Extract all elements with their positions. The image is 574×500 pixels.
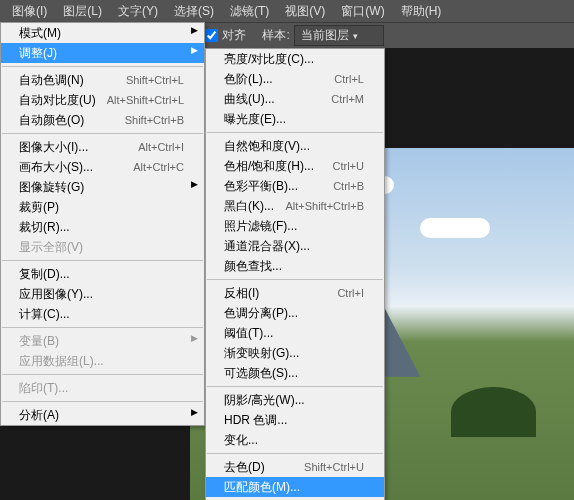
menu-item[interactable]: 分析(A) — [1, 405, 204, 425]
sample-value: 当前图层 — [301, 27, 349, 44]
menu-item[interactable]: 应用图像(Y)... — [1, 284, 204, 304]
shortcut: Shift+Ctrl+L — [126, 74, 184, 86]
menu-item[interactable]: 曲线(U)...Ctrl+M — [206, 89, 384, 109]
menu-item-label: 陷印(T)... — [19, 380, 184, 397]
separator — [207, 132, 383, 133]
menubar-item[interactable]: 选择(S) — [166, 3, 222, 20]
menu-item-label: 黑白(K)... — [224, 198, 285, 215]
sample-label: 样本: — [262, 27, 289, 44]
menubar-item[interactable]: 帮助(H) — [393, 3, 450, 20]
menu-item: 变量(B) — [1, 331, 204, 351]
menu-item[interactable]: 画布大小(S)...Alt+Ctrl+C — [1, 157, 204, 177]
menu-item[interactable]: 反相(I)Ctrl+I — [206, 283, 384, 303]
menu-item[interactable]: 通道混合器(X)... — [206, 236, 384, 256]
shortcut: Ctrl+I — [337, 287, 364, 299]
menu-item[interactable]: HDR 色调... — [206, 410, 384, 430]
menu-item-label: 自然饱和度(V)... — [224, 138, 364, 155]
menu-item: 陷印(T)... — [1, 378, 204, 398]
menu-item[interactable]: 裁剪(P) — [1, 197, 204, 217]
menu-item[interactable]: 色阶(L)...Ctrl+L — [206, 69, 384, 89]
separator — [207, 386, 383, 387]
menu-item[interactable]: 图像大小(I)...Alt+Ctrl+I — [1, 137, 204, 157]
menu-item-label: 调整(J) — [19, 45, 184, 62]
separator — [2, 374, 203, 375]
menu-item-label: 阴影/高光(W)... — [224, 392, 364, 409]
shortcut: Shift+Ctrl+B — [125, 114, 184, 126]
menu-item[interactable]: 曝光度(E)... — [206, 109, 384, 129]
menu-item[interactable]: 自动颜色(O)Shift+Ctrl+B — [1, 110, 204, 130]
shortcut: Alt+Ctrl+I — [138, 141, 184, 153]
menubar: 图像(I)图层(L)文字(Y)选择(S)滤镜(T)视图(V)窗口(W)帮助(H) — [0, 0, 574, 22]
menu-item[interactable]: 图像旋转(G) — [1, 177, 204, 197]
shortcut: Shift+Ctrl+U — [304, 461, 364, 473]
menu-item-label: 可选颜色(S)... — [224, 365, 364, 382]
menu-item[interactable]: 自动对比度(U)Alt+Shift+Ctrl+L — [1, 90, 204, 110]
align-label: 对齐 — [222, 27, 246, 44]
menu-item[interactable]: 裁切(R)... — [1, 217, 204, 237]
menu-item-label: 照片滤镜(F)... — [224, 218, 364, 235]
shortcut: Alt+Shift+Ctrl+B — [285, 200, 364, 212]
menu-item[interactable]: 颜色查找... — [206, 256, 384, 276]
menu-item-label: 色彩平衡(B)... — [224, 178, 333, 195]
menu-item[interactable]: 亮度/对比度(C)... — [206, 49, 384, 69]
menu-item[interactable]: 自动色调(N)Shift+Ctrl+L — [1, 70, 204, 90]
menu-item[interactable]: 色彩平衡(B)...Ctrl+B — [206, 176, 384, 196]
menu-item-label: 阈值(T)... — [224, 325, 364, 342]
menu-item[interactable]: 调整(J) — [1, 43, 204, 63]
menu-item-label: 显示全部(V) — [19, 239, 184, 256]
separator — [207, 279, 383, 280]
menu-item[interactable]: 阴影/高光(W)... — [206, 390, 384, 410]
menu-item[interactable]: 复制(D)... — [1, 264, 204, 284]
menu-item[interactable]: 计算(C)... — [1, 304, 204, 324]
menubar-item[interactable]: 滤镜(T) — [222, 3, 277, 20]
menu-item-label: 图像旋转(G) — [19, 179, 184, 196]
menu-item[interactable]: 色调分离(P)... — [206, 303, 384, 323]
menu-item-label: 自动对比度(U) — [19, 92, 107, 109]
menu-item-label: 自动色调(N) — [19, 72, 126, 89]
separator — [2, 66, 203, 67]
chevron-down-icon: ▾ — [353, 31, 358, 41]
menu-item-label: 自动颜色(O) — [19, 112, 125, 129]
shortcut: Alt+Shift+Ctrl+L — [107, 94, 184, 106]
separator — [2, 133, 203, 134]
menu-item[interactable]: 变化... — [206, 430, 384, 450]
menu-item-label: 色调分离(P)... — [224, 305, 364, 322]
separator — [207, 453, 383, 454]
menu-item-label: 色阶(L)... — [224, 71, 334, 88]
menu-item-label: 亮度/对比度(C)... — [224, 51, 364, 68]
menu-item[interactable]: 匹配颜色(M)... — [206, 477, 384, 497]
menu-item[interactable]: 去色(D)Shift+Ctrl+U — [206, 457, 384, 477]
sample-dropdown[interactable]: 当前图层▾ — [294, 25, 384, 46]
menu-item: 显示全部(V) — [1, 237, 204, 257]
adjustments-submenu: 亮度/对比度(C)...色阶(L)...Ctrl+L曲线(U)...Ctrl+M… — [205, 48, 385, 500]
menu-item[interactable]: 黑白(K)...Alt+Shift+Ctrl+B — [206, 196, 384, 216]
menu-item-label: 分析(A) — [19, 407, 184, 424]
menu-item[interactable]: 阈值(T)... — [206, 323, 384, 343]
menu-item-label: 变化... — [224, 432, 364, 449]
separator — [2, 401, 203, 402]
menubar-item[interactable]: 图层(L) — [55, 3, 110, 20]
menu-item-label: 色相/饱和度(H)... — [224, 158, 333, 175]
menu-item-label: 匹配颜色(M)... — [224, 479, 364, 496]
separator — [2, 260, 203, 261]
menu-item: 应用数据组(L)... — [1, 351, 204, 371]
menu-item-label: 复制(D)... — [19, 266, 184, 283]
menubar-item[interactable]: 图像(I) — [4, 3, 55, 20]
shortcut: Alt+Ctrl+C — [133, 161, 184, 173]
align-checkbox[interactable] — [205, 29, 218, 42]
menu-item-label: 计算(C)... — [19, 306, 184, 323]
menu-item-label: 应用数据组(L)... — [19, 353, 184, 370]
menu-item[interactable]: 色相/饱和度(H)...Ctrl+U — [206, 156, 384, 176]
menubar-item[interactable]: 视图(V) — [277, 3, 333, 20]
menu-item[interactable]: 自然饱和度(V)... — [206, 136, 384, 156]
menu-item[interactable]: 可选颜色(S)... — [206, 363, 384, 383]
menubar-item[interactable]: 窗口(W) — [333, 3, 392, 20]
menubar-item[interactable]: 文字(Y) — [110, 3, 166, 20]
menu-item[interactable]: 模式(M) — [1, 23, 204, 43]
menu-item[interactable]: 照片滤镜(F)... — [206, 216, 384, 236]
menu-item-label: 画布大小(S)... — [19, 159, 133, 176]
image-menu: 模式(M)调整(J)自动色调(N)Shift+Ctrl+L自动对比度(U)Alt… — [0, 22, 205, 426]
menu-item[interactable]: 渐变映射(G)... — [206, 343, 384, 363]
menu-item-label: 变量(B) — [19, 333, 184, 350]
shortcut: Ctrl+B — [333, 180, 364, 192]
